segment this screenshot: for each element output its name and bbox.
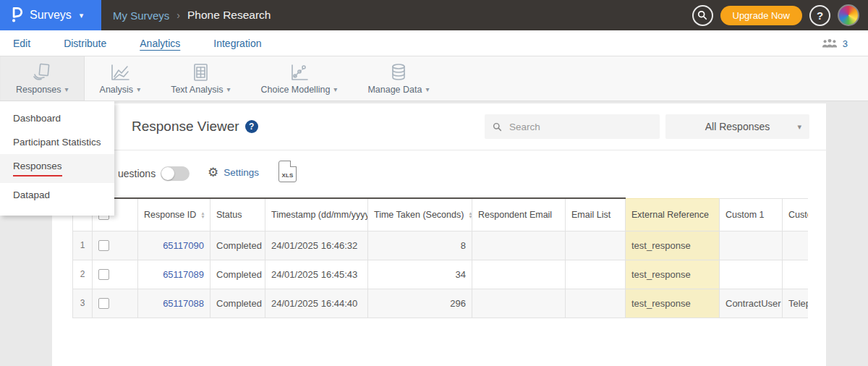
status-cell: Completed [210,260,265,289]
panel-header: Response Viewer ? All Responses ▾ [52,103,826,150]
toolbar-item-choice-modelling[interactable]: Choice Modelling ▾ [245,56,352,101]
xls-icon: XLS [281,172,293,182]
row-checkbox[interactable] [98,269,109,280]
user-avatar[interactable] [838,4,859,26]
row-select-cell [93,260,138,289]
breadcrumb-my-surveys[interactable]: My Surveys [113,9,169,22]
external-reference-cell: test_response [626,260,720,289]
column-header-response-id[interactable]: Response ID ▲▼ [138,198,210,231]
chevron-down-icon: ▾ [797,122,801,132]
responses-table-container: Response ID ▲▼ Status Timestamp (dd/mm/y… [72,197,808,318]
email-list-cell [566,231,626,260]
menu-item-participant-statistics[interactable]: Participant Statistics [0,130,114,154]
collaborators-count: 3 [843,38,848,49]
chevron-down-icon: ▾ [137,85,140,93]
column-header-custom-2: Custo [783,198,809,231]
title-help-icon[interactable]: ? [245,120,258,133]
custom-1-cell: ContractUser [720,289,783,318]
global-search-button[interactable] [692,5,713,26]
toolbar-item-label: Choice Modelling [260,85,330,95]
table-header-row: Response ID ▲▼ Status Timestamp (dd/mm/y… [73,198,809,231]
export-xls-button[interactable]: XLS [278,161,297,182]
upgrade-now-button[interactable]: Upgrade Now [720,6,803,25]
manage-data-icon [389,63,408,82]
analytics-toolbar: Responses ▾ Analysis ▾ T [0,56,868,101]
questionpro-logo-icon [9,5,23,25]
time-taken-cell: 296 [368,289,472,318]
chevron-down-icon: ▾ [65,85,69,93]
menu-item-responses[interactable]: Responses [0,154,114,183]
responses-dropdown-menu: Dashboard Participant Statistics Respons… [0,101,114,216]
search-input[interactable] [508,121,652,133]
nav-item-edit[interactable]: Edit [13,38,30,49]
response-filter-dropdown[interactable]: All Responses ▾ [665,114,809,139]
column-header-custom-1: Custom 1 [720,198,783,231]
toolbar-item-responses[interactable]: Responses ▾ [0,56,85,101]
table-row: 1 65117090 Completed 24/01/2025 16:46:32… [73,231,809,260]
chevron-down-icon: ▾ [80,11,84,20]
product-switcher[interactable]: Surveys ▾ [0,0,101,30]
collaborators-indicator[interactable]: 3 [822,30,848,56]
toolbar-item-text-analysis[interactable]: Text Analysis ▾ [156,56,245,101]
help-button[interactable]: ? [809,5,830,26]
breadcrumb-current-survey: Phone Research [187,9,271,22]
nav-item-distribute[interactable]: Distribute [64,38,106,49]
toolbar-item-manage-data[interactable]: Manage Data ▾ [352,56,444,101]
toolbar-item-label: Responses [16,85,61,95]
timestamp-cell: 24/01/2025 16:46:32 [265,231,368,260]
time-taken-cell: 34 [368,260,472,289]
nav-item-analytics[interactable]: Analytics [140,38,180,49]
chevron-down-icon: ▾ [226,85,230,93]
column-header-time-taken[interactable]: Time Taken (Seconds) ▲▼ [368,198,472,231]
status-cell: Completed [210,231,265,260]
row-checkbox[interactable] [98,240,109,251]
table-row: 2 65117089 Completed 24/01/2025 16:45:43… [73,260,809,289]
row-index: 3 [73,289,93,318]
search-box [485,114,660,139]
row-index: 2 [73,260,93,289]
response-id-cell: 65117090 [138,231,210,260]
sort-icon: ▲▼ [200,211,205,218]
toolbar-item-analysis[interactable]: Analysis ▾ [85,56,156,101]
sort-icon: ▲▼ [468,211,472,218]
top-bar: Surveys ▾ My Surveys › Phone Research Up… [0,0,868,30]
column-header-respondent-email: Respondent Email [472,198,566,231]
search-icon [697,10,707,20]
timestamp-cell: 24/01/2025 16:45:43 [265,260,368,289]
responses-icon [31,63,53,82]
gear-icon: ⚙ [208,166,218,179]
custom-1-cell [720,231,783,260]
breadcrumb: My Surveys › Phone Research [113,0,271,30]
email-list-cell [566,260,626,289]
page-title: Response Viewer ? [132,119,258,135]
timestamp-cell: 24/01/2025 16:44:40 [265,289,368,318]
column-header-external-reference: External Reference [626,198,720,231]
product-label: Surveys [30,9,72,22]
row-checkbox[interactable] [98,298,109,309]
email-list-cell [566,289,626,318]
response-id-link[interactable]: 65117089 [163,269,204,280]
respondent-email-cell [472,260,566,289]
choice-modelling-icon [289,63,309,82]
response-viewer-panel: Response Viewer ? All Responses ▾ uestio… [52,103,826,366]
row-index: 1 [73,231,93,260]
search-icon [493,122,502,132]
menu-item-datapad[interactable]: Datapad [0,183,114,207]
settings-button[interactable]: ⚙ Settings [208,166,259,179]
response-id-cell: 65117089 [138,260,210,289]
text-analysis-icon [191,63,210,82]
respondent-email-cell [472,289,566,318]
chevron-down-icon: ▾ [425,85,429,93]
nav-item-integration[interactable]: Integration [213,38,261,49]
response-id-link[interactable]: 65117090 [163,240,204,251]
responses-table: Response ID ▲▼ Status Timestamp (dd/mm/y… [72,197,808,318]
toolbar-item-label: Text Analysis [171,85,223,95]
analysis-icon [109,63,131,82]
response-id-link[interactable]: 65117088 [163,298,204,309]
questions-toggle-switch[interactable] [161,166,190,181]
chevron-down-icon: ▾ [333,85,337,93]
question-mark-icon: ? [817,9,823,22]
menu-item-dashboard[interactable]: Dashboard [0,106,114,130]
survey-nav: Edit Distribute Analytics Integration 3 [0,30,868,56]
column-header-timestamp[interactable]: Timestamp (dd/mm/yyyy) ▲ [265,198,368,231]
